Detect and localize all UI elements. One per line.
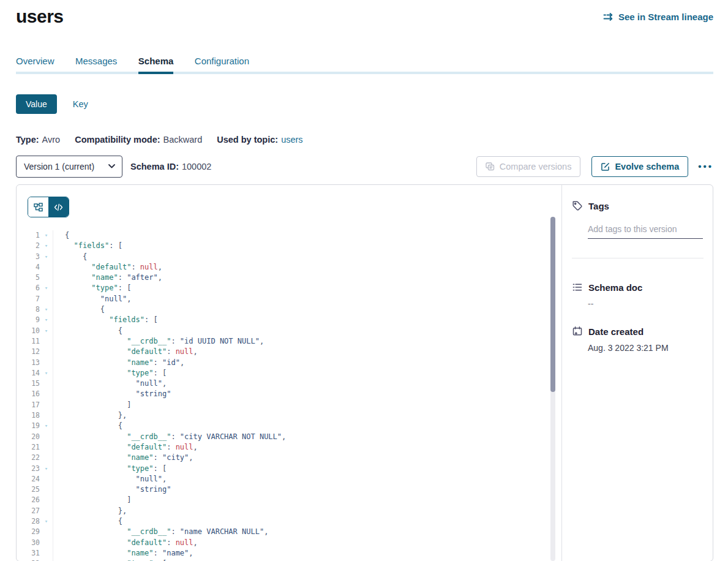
page-header: users See in Stream lineage [16,6,713,27]
code-content: { [53,326,122,336]
fold-gutter [40,410,53,421]
date-created-value: Aug. 3 2022 3:21 PM [588,343,704,353]
code-line: 3▾ { [17,252,561,262]
key-toggle-link[interactable]: Key [73,99,88,109]
code-view-icon [54,203,63,211]
code-content: }, [53,410,127,421]
fold-gutter [40,442,53,453]
topic-link[interactable]: users [281,135,302,145]
evolve-schema-icon [601,162,610,171]
line-number: 8 [17,304,40,315]
fold-gutter [40,294,53,304]
line-number: 29 [17,527,40,537]
more-options-button[interactable]: ••• [698,156,713,177]
version-select[interactable]: Version 1 (current) [16,156,122,178]
fold-toggle-icon[interactable]: ▾ [40,516,53,527]
tree-view-button[interactable] [28,197,48,217]
line-number: 7 [17,294,40,304]
line-number: 5 [17,273,40,283]
schema-page: users See in Stream lineage Overview Mes… [0,0,728,561]
line-number: 18 [17,410,40,421]
schema-doc-section: Schema doc -- [572,282,704,309]
code-line: 29 "__crdb__": "name VARCHAR NULL", [17,527,561,537]
fold-toggle-icon[interactable]: ▾ [40,326,53,336]
code-line: 11 "__crdb__": "id UUID NOT NULL", [17,336,561,347]
code-scrollbar-track[interactable] [550,217,555,561]
fold-gutter [40,347,53,357]
tags-title: Tags [588,201,609,211]
value-toggle-button[interactable]: Value [16,94,57,114]
code-content: { [53,230,69,241]
code-line: 7 "null", [17,294,561,304]
page-title: users [16,6,64,27]
fold-gutter [40,495,53,505]
stream-lineage-label: See in Stream lineage [618,12,713,22]
fold-gutter [40,273,53,283]
schema-panel: 1▾{2▾ "fields": [3▾ {4 "default": null,5… [16,184,713,561]
fold-toggle-icon[interactable]: ▾ [40,559,53,561]
stream-lineage-link[interactable]: See in Stream lineage [603,12,713,22]
fold-gutter [40,389,53,399]
code-content: "default": null, [53,347,198,357]
code-line: 4 "default": null, [17,262,561,273]
calendar-plus-icon [572,326,583,337]
schema-id-value: 100002 [182,162,211,171]
evolve-schema-label: Evolve schema [615,162,679,171]
code-line: 19▾ { [17,421,561,431]
code-content: "__crdb__": "name VARCHAR NULL", [53,527,268,537]
line-number: 20 [17,432,40,442]
compare-versions-icon [486,162,495,171]
fold-gutter [40,262,53,273]
date-created-header: Date created [572,326,704,337]
fold-toggle-icon[interactable]: ▾ [40,230,53,241]
fold-toggle-icon[interactable]: ▾ [40,241,53,251]
fold-gutter [40,506,53,516]
code-content: "string" [53,484,171,495]
code-content: "__crdb__": "city VARCHAR NOT NULL", [53,432,286,442]
compare-versions-button[interactable]: Compare versions [476,156,581,177]
evolve-schema-button[interactable]: Evolve schema [591,156,688,177]
line-number: 28 [17,516,40,527]
add-tags-input[interactable] [588,224,703,239]
fold-gutter [40,400,53,410]
fold-gutter [40,548,53,559]
meta-compatibility: Compatibility mode:Backward [75,135,202,145]
code-content: "type": [ [53,559,167,561]
fold-gutter [40,453,53,463]
code-view-button[interactable] [48,197,69,217]
fold-toggle-icon[interactable]: ▾ [40,464,53,474]
code-content: "type": [ [53,283,131,293]
fold-toggle-icon[interactable]: ▾ [40,304,53,315]
meta-type: Type:Avro [16,135,60,145]
line-number: 14 [17,368,40,378]
schema-id-label: Schema ID: [130,162,179,171]
code-content: "type": [ [53,464,167,474]
tab-underline-track [16,72,713,74]
schema-json-editor: 1▾{2▾ "fields": [3▾ {4 "default": null,5… [17,230,561,561]
code-line: 27 }, [17,506,561,516]
stream-lineage-icon [603,12,614,21]
code-line: 26 ] [17,495,561,505]
line-number: 27 [17,506,40,516]
code-scrollbar-thumb[interactable] [550,217,555,392]
code-content: "name": "city", [53,453,193,463]
line-number: 11 [17,336,40,347]
fold-toggle-icon[interactable]: ▾ [40,283,53,293]
line-number: 32 [17,559,40,561]
line-number: 10 [17,326,40,336]
code-content: ] [53,400,131,410]
fold-toggle-icon[interactable]: ▾ [40,315,53,325]
code-content: { [53,421,122,431]
line-number: 1 [17,230,40,241]
fold-toggle-icon[interactable]: ▾ [40,368,53,378]
bullet-list-icon [572,282,583,293]
code-content: "default": null, [53,262,162,273]
fold-toggle-icon[interactable]: ▾ [40,252,53,262]
fold-toggle-icon[interactable]: ▾ [40,421,53,431]
fold-gutter [40,378,53,389]
code-content: "null", [53,294,131,304]
tab-schema[interactable]: Schema [138,56,174,74]
code-content: }, [53,506,127,516]
code-content: "fields": [ [53,315,158,325]
schema-doc-title: Schema doc [588,282,642,293]
